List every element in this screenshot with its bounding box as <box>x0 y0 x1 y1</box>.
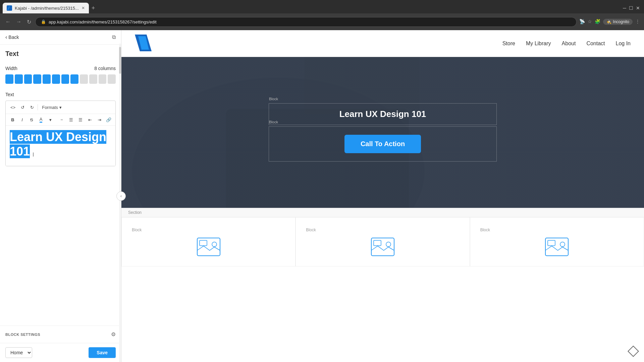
col-btn-8[interactable] <box>70 74 78 84</box>
minimize-icon[interactable]: ─ <box>623 5 626 11</box>
incognito-badge: 🕵 Incognito <box>603 19 633 25</box>
panel-section-title: Text <box>5 50 116 58</box>
width-section: Width 8 columns <box>5 66 116 84</box>
color-dropdown-button[interactable]: ▾ <box>46 115 55 124</box>
tab-bar: Kajabi - /admin/themes/215315... ✕ + ─ ☐… <box>0 0 644 13</box>
toolbar-row-1: <> ↺ ↻ Formats ▾ <box>6 101 115 114</box>
unordered-list-button[interactable]: ☰ <box>67 115 75 124</box>
site-navigation: Store My Library About Contact Log In <box>121 30 644 57</box>
formats-chevron-icon: ▾ <box>59 105 62 110</box>
strikethrough-button[interactable]: S <box>27 115 36 124</box>
toolbar-icons: 📡 ☆ 🧩 🕵 Incognito ⋮ <box>579 19 640 25</box>
scroll-track[interactable] <box>119 44 121 362</box>
tab-close-button[interactable]: ✕ <box>82 6 85 10</box>
preview-area: Store My Library About Contact Log In <box>121 30 644 362</box>
hero-title-block: Block Learn UX Design 101 <box>269 103 497 125</box>
external-link-icon[interactable]: ⧉ <box>112 34 116 40</box>
text-section: Text <> ↺ ↻ Formats ▾ <box>5 92 116 166</box>
col-btn-2[interactable] <box>15 74 23 84</box>
collapse-panel-button[interactable]: ‹ <box>116 191 126 201</box>
fullscreen-button[interactable]: ⛶ <box>114 115 116 124</box>
indent-decrease-button[interactable]: ⇤ <box>86 115 94 124</box>
nav-login-link[interactable]: Log In <box>616 41 631 47</box>
block-settings-header: BLOCK SETTINGS ⚙ <box>5 331 116 338</box>
nav-store-link[interactable]: Store <box>502 41 515 47</box>
back-button[interactable]: ‹ Back <box>5 34 19 40</box>
col-btn-3[interactable] <box>24 74 32 84</box>
bottom-block-1: Block <box>121 217 296 266</box>
text-color-button[interactable]: A <box>37 115 45 124</box>
bottom-block-3: Block <box>470 217 644 266</box>
nav-contact-link[interactable]: Contact <box>586 41 605 47</box>
col-btn-6[interactable] <box>52 74 60 84</box>
hero-cta-block: Block Call To Action <box>269 126 497 162</box>
active-tab[interactable]: Kajabi - /admin/themes/215315... ✕ <box>3 3 89 13</box>
col-btn-4[interactable] <box>33 74 41 84</box>
list-decrease-button[interactable]: − <box>57 115 66 124</box>
tab-favicon <box>7 5 12 11</box>
bottom-block-2-label: Block <box>306 228 316 232</box>
svg-rect-16 <box>548 240 555 246</box>
browser-window: Kajabi - /admin/themes/215315... ✕ + ─ ☐… <box>0 0 644 362</box>
site-logo <box>135 35 152 53</box>
undo-button[interactable]: ↺ <box>18 103 27 112</box>
indent-increase-button[interactable]: ⇥ <box>95 115 104 124</box>
formats-dropdown-button[interactable]: Formats ▾ <box>39 104 64 111</box>
left-panel: ‹ Back ⧉ Text Width 8 columns <box>0 30 121 362</box>
nav-my-library-link[interactable]: My Library <box>526 41 551 47</box>
maximize-icon[interactable]: ☐ <box>629 5 633 11</box>
block1-label: Block <box>269 97 278 101</box>
cast-icon[interactable]: 📡 <box>579 19 585 25</box>
hero-section: Block Learn UX Design 101 Block Call To … <box>121 57 644 208</box>
editor-content-area[interactable]: Learn UX Design 101 | <box>6 126 115 166</box>
scroll-thumb <box>119 47 121 74</box>
formats-label: Formats <box>42 105 58 110</box>
bookmark-icon[interactable]: ☆ <box>588 19 592 25</box>
svg-point-17 <box>560 242 565 247</box>
col-btn-7[interactable] <box>61 74 69 84</box>
ordered-list-button[interactable]: ☰ <box>76 115 85 124</box>
col-btn-10[interactable] <box>89 74 97 84</box>
svg-rect-10 <box>200 240 207 246</box>
bottom-blocks-grid: Block Block <box>121 217 644 266</box>
col-btn-12[interactable] <box>108 74 116 84</box>
url-bar[interactable]: 🔒 app.kajabi.com/admin/themes/2153158267… <box>35 17 577 27</box>
block-settings-title: BLOCK SETTINGS <box>5 333 40 337</box>
back-label: Back <box>8 35 19 40</box>
back-nav-button[interactable]: ← <box>4 17 12 26</box>
text-editor[interactable]: <> ↺ ↻ Formats ▾ B I <box>5 101 116 166</box>
bold-button[interactable]: B <box>8 115 17 124</box>
col-btn-5[interactable] <box>43 74 51 84</box>
italic-button[interactable]: I <box>18 115 26 124</box>
main-area: ‹ Back ⧉ Text Width 8 columns <box>0 30 644 362</box>
lock-icon: 🔒 <box>41 19 46 24</box>
address-bar: ← → ↻ 🔒 app.kajabi.com/admin/themes/2153… <box>0 13 644 30</box>
code-button[interactable]: <> <box>8 103 17 112</box>
nav-about-link[interactable]: About <box>562 41 576 47</box>
col-btn-9[interactable] <box>80 74 88 84</box>
settings-gear-icon[interactable]: ⚙ <box>111 331 116 338</box>
panel-scroll-area[interactable]: Text Width 8 columns <box>0 45 121 325</box>
col-btn-1[interactable] <box>5 74 13 84</box>
window-controls: ─ ☐ ✕ <box>619 5 644 11</box>
svg-point-14 <box>386 242 391 247</box>
forward-nav-button[interactable]: → <box>15 17 23 26</box>
link-button[interactable]: 🔗 <box>104 115 113 124</box>
col-btn-11[interactable] <box>99 74 107 84</box>
redo-button[interactable]: ↻ <box>28 103 36 112</box>
text-cursor: | <box>33 152 34 157</box>
image-placeholder-3 <box>545 238 569 256</box>
width-value: 8 columns <box>94 66 116 71</box>
url-text: app.kajabi.com/admin/themes/2153158267/s… <box>49 19 157 24</box>
cta-button[interactable]: Call To Action <box>344 135 421 153</box>
extensions-icon[interactable]: 🧩 <box>595 19 600 25</box>
svg-point-11 <box>212 242 217 247</box>
new-tab-button[interactable]: + <box>89 5 98 12</box>
reload-button[interactable]: ↻ <box>25 17 33 26</box>
save-button[interactable]: Save <box>89 347 116 358</box>
menu-icon[interactable]: ⋮ <box>635 19 640 25</box>
block2-label: Block <box>269 120 278 124</box>
column-grid <box>5 74 116 84</box>
close-window-icon[interactable]: ✕ <box>636 5 640 11</box>
page-select-dropdown[interactable]: Home <box>5 347 32 358</box>
